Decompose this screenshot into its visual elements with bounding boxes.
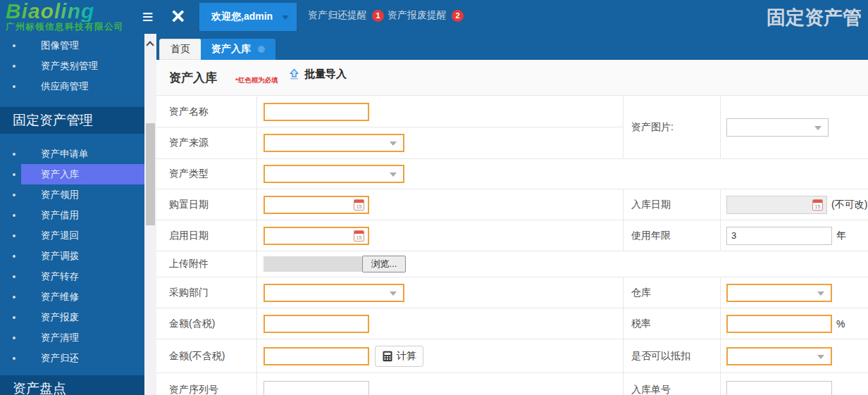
- batch-import-button[interactable]: 批量导入: [287, 68, 347, 81]
- asset-return-reminder[interactable]: 资产归还提醒 1: [308, 9, 384, 22]
- sidebar-item-image-management[interactable]: 图像管理: [0, 35, 144, 56]
- field-label: 上传附件: [156, 251, 257, 277]
- sidebar-item-asset-request[interactable]: 资产申请单: [0, 144, 144, 164]
- sidebar-item-asset-giveback[interactable]: 资产归还: [0, 348, 144, 368]
- field-label: 资产类型: [156, 159, 257, 189]
- tab-asset-inbound[interactable]: 资产入库: [201, 39, 275, 60]
- form-row-purchase-dept: 采购部门 仓库: [156, 277, 868, 308]
- serial-number-input[interactable]: [264, 381, 369, 395]
- form-row-purchase-date: 购置日期 入库日期 (不可改): [156, 189, 868, 220]
- field-cell: [257, 189, 623, 220]
- form-header: 资产入库 *红色框为必填 批量导入: [156, 60, 868, 95]
- asset-source-dropdown[interactable]: [264, 134, 404, 152]
- sidebar-item-label: 图像管理: [41, 39, 79, 52]
- sidebar-scrollbar[interactable]: [144, 34, 156, 395]
- purchase-dept-dropdown[interactable]: [264, 284, 404, 302]
- amount-untaxed-input[interactable]: [264, 347, 369, 365]
- calendar-icon[interactable]: [354, 199, 364, 211]
- sidebar-item-label: 资产归还: [41, 352, 79, 365]
- sidebar-item-asset-cleanup[interactable]: 资产清理: [0, 327, 144, 348]
- bullet-icon: [13, 255, 16, 258]
- sidebar-section-asset-inventory[interactable]: 资产盘点: [0, 375, 144, 395]
- amount-taxed-input[interactable]: [264, 315, 369, 333]
- field-suffix: (不可改): [831, 199, 867, 211]
- bullet-icon: [13, 275, 16, 278]
- sidebar-item-label: 资产清理: [41, 332, 79, 344]
- tab-label: 首页: [170, 43, 190, 56]
- field-cell: [257, 127, 623, 158]
- sidebar: 图像管理 资产类别管理 供应商管理 固定资产管理 资产申请单 资产入库 资产领用…: [0, 0, 144, 395]
- browse-button[interactable]: 浏览...: [362, 256, 406, 272]
- sidebar-item-label: 资产维修: [41, 291, 79, 303]
- sidebar-item-label: 资产入库: [41, 168, 79, 181]
- scroll-up-icon[interactable]: [146, 41, 154, 49]
- asset-name-input[interactable]: [264, 103, 369, 121]
- use-years-input[interactable]: [726, 227, 832, 245]
- sidebar-item-label: 资产调拨: [41, 250, 79, 263]
- deductible-dropdown[interactable]: [726, 347, 832, 365]
- logo-company-name: 广州标领信息科技有限公司: [6, 22, 143, 32]
- close-icon[interactable]: ×: [171, 2, 185, 30]
- form-row-attachment: 上传附件 浏览...: [156, 251, 868, 277]
- reminder-label: 资产归还提醒: [308, 9, 367, 22]
- field-suffix: %: [836, 318, 845, 330]
- hamburger-menu-icon[interactable]: ≡: [142, 4, 154, 30]
- sidebar-item-label: 资产领用: [41, 189, 79, 201]
- field-label: 资产序列号: [156, 373, 257, 395]
- field-cell: 浏览...: [257, 251, 623, 277]
- sidebar-item-asset-borrow[interactable]: 资产借用: [0, 205, 144, 225]
- form-row-asset-source: 资产来源: [156, 127, 868, 158]
- sidebar-item-asset-category[interactable]: 资产类别管理: [0, 56, 144, 76]
- form-row-amount-untaxed: 金额(不含税) 计算 是否可以抵扣: [156, 339, 868, 372]
- field-cell: [257, 308, 623, 339]
- tab-home[interactable]: 首页: [159, 39, 202, 60]
- sidebar-item-label: 资产申请单: [41, 148, 89, 161]
- field-label: 金额(含税): [156, 308, 257, 339]
- field-label: 采购部门: [156, 277, 257, 308]
- start-date-input[interactable]: [264, 227, 369, 245]
- tab-close-icon[interactable]: [258, 46, 265, 53]
- sidebar-item-asset-repair[interactable]: 资产维修: [0, 287, 144, 307]
- sidebar-item-label: 资产退回: [41, 230, 79, 242]
- sidebar-item-asset-return[interactable]: 资产退回: [0, 225, 144, 246]
- bullet-icon: [13, 234, 16, 237]
- asset-inbound-form: 资产名称 资产图片: 资产来源 资产类型: [156, 95, 868, 395]
- field-cell: [257, 373, 623, 395]
- logo: Biaoling 广州标领信息科技有限公司: [6, 1, 143, 32]
- purchase-date-input[interactable]: [264, 196, 369, 214]
- sidebar-item-asset-scrap[interactable]: 资产报废: [0, 307, 144, 327]
- section-title: 固定资产管理: [13, 111, 93, 130]
- asset-scrap-reminder[interactable]: 资产报废提醒 2: [388, 9, 464, 22]
- inbound-order-number-input[interactable]: [726, 381, 832, 395]
- sidebar-item-asset-store[interactable]: 资产转存: [0, 266, 144, 287]
- bullet-icon: [13, 316, 16, 319]
- field-label: 资产名称: [156, 96, 257, 127]
- calendar-icon[interactable]: [354, 230, 364, 242]
- field-label: 使用年限: [623, 220, 720, 251]
- calendar-icon: [812, 199, 823, 211]
- sidebar-item-asset-issue[interactable]: 资产领用: [0, 184, 144, 205]
- sidebar-item-label: 资产转存: [41, 270, 79, 283]
- bullet-icon: [13, 65, 16, 68]
- scrollbar-thumb[interactable]: [146, 123, 155, 225]
- file-input[interactable]: [264, 256, 362, 272]
- sidebar-item-asset-transfer[interactable]: 资产调拨: [0, 246, 144, 266]
- tax-rate-input[interactable]: [726, 315, 832, 333]
- field-cell: [720, 277, 868, 308]
- field-cell: [257, 159, 623, 189]
- bullet-icon: [13, 85, 16, 88]
- field-label: 入库日期: [623, 189, 720, 220]
- welcome-admin-button[interactable]: 欢迎您,admin: [199, 3, 297, 31]
- sidebar-section-fixed-assets[interactable]: 固定资产管理: [0, 107, 144, 134]
- asset-type-dropdown[interactable]: [264, 165, 404, 183]
- notification-badge: 2: [452, 10, 464, 22]
- sidebar-item-supplier[interactable]: 供应商管理: [0, 76, 144, 96]
- form-row-amount-taxed: 金额(含税) 税率 %: [156, 308, 868, 339]
- page-title: 资产入库: [169, 70, 217, 86]
- bullet-icon: [13, 44, 16, 47]
- bullet-icon: [13, 214, 16, 217]
- warehouse-dropdown[interactable]: [726, 284, 832, 302]
- sidebar-item-asset-inbound[interactable]: 资产入库: [0, 164, 144, 184]
- calculate-button[interactable]: 计算: [375, 346, 423, 367]
- field-label: 金额(不含税): [156, 339, 257, 372]
